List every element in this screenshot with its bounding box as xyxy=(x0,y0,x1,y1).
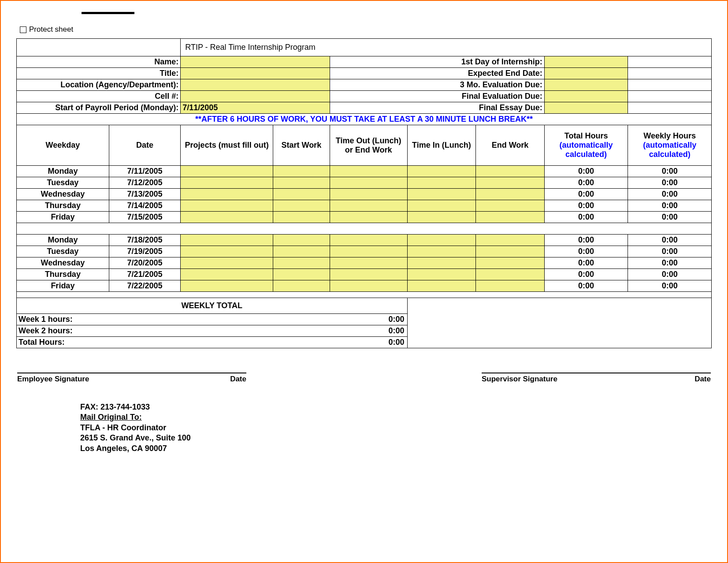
time-out-input[interactable] xyxy=(330,200,407,212)
projects-input[interactable] xyxy=(181,235,273,246)
start-work-input[interactable] xyxy=(273,212,330,223)
start-work-input[interactable] xyxy=(273,166,330,177)
weekday-cell: Monday xyxy=(17,166,109,177)
projects-input[interactable] xyxy=(181,189,273,200)
time-in-input[interactable] xyxy=(407,280,476,292)
time-in-input[interactable] xyxy=(407,257,476,269)
info-row: Start of Payroll Period (Monday): 7/11/2… xyxy=(17,102,712,114)
projects-input[interactable] xyxy=(181,212,273,223)
start-work-input[interactable] xyxy=(273,189,330,200)
col-total-hours: Total Hours (automatically calculated) xyxy=(544,125,628,166)
end-date-label: Expected End Date: xyxy=(330,68,544,79)
employee-date-label: Date xyxy=(230,375,246,384)
start-work-input[interactable] xyxy=(273,177,330,189)
blank-cell xyxy=(628,56,712,68)
title-label: Title: xyxy=(17,68,181,79)
col-date: Date xyxy=(109,125,180,166)
start-work-input[interactable] xyxy=(273,200,330,212)
end-work-input[interactable] xyxy=(476,269,545,280)
time-row: Thursday7/14/20050:000:00 xyxy=(17,200,712,212)
weekly-hours-cell: 0:00 xyxy=(628,269,712,280)
cell-input[interactable] xyxy=(181,91,330,102)
time-in-input[interactable] xyxy=(407,269,476,280)
final-eval-input[interactable] xyxy=(544,91,628,102)
end-date-input[interactable] xyxy=(544,68,628,79)
location-input[interactable] xyxy=(181,79,330,91)
protect-sheet-control[interactable]: Protect sheet xyxy=(20,25,712,34)
time-out-input[interactable] xyxy=(330,280,407,292)
start-work-input[interactable] xyxy=(273,280,330,292)
projects-input[interactable] xyxy=(181,166,273,177)
time-out-input[interactable] xyxy=(330,189,407,200)
name-input[interactable] xyxy=(181,56,330,68)
time-out-input[interactable] xyxy=(330,166,407,177)
weekly-total-header: WEEKLY TOTAL xyxy=(17,298,408,314)
time-in-input[interactable] xyxy=(407,246,476,257)
time-row: Monday7/11/20050:000:00 xyxy=(17,166,712,177)
time-out-input[interactable] xyxy=(330,177,407,189)
col-out: Time Out (Lunch) or End Work xyxy=(330,125,407,166)
time-row: Thursday7/21/20050:000:00 xyxy=(17,269,712,280)
time-out-input[interactable] xyxy=(330,246,407,257)
column-headers: Weekday Date Projects (must fill out) St… xyxy=(17,125,712,166)
payroll-start-label: Start of Payroll Period (Monday): xyxy=(17,102,181,114)
form-title: RTIP - Real Time Internship Program xyxy=(181,39,712,56)
time-out-input[interactable] xyxy=(330,212,407,223)
name-label: Name: xyxy=(17,56,181,68)
projects-input[interactable] xyxy=(181,257,273,269)
end-work-input[interactable] xyxy=(476,200,545,212)
time-in-input[interactable] xyxy=(407,177,476,189)
start-work-input[interactable] xyxy=(273,235,330,246)
lunch-notice: **AFTER 6 HOURS OF WORK, YOU MUST TAKE A… xyxy=(17,114,712,125)
date-cell: 7/21/2005 xyxy=(109,269,180,280)
start-work-input[interactable] xyxy=(273,257,330,269)
week2-hours-value: 0:00 xyxy=(330,325,407,337)
projects-input[interactable] xyxy=(181,280,273,292)
end-work-input[interactable] xyxy=(476,246,545,257)
end-work-input[interactable] xyxy=(476,166,545,177)
date-cell: 7/22/2005 xyxy=(109,280,180,292)
weekday-cell: Tuesday xyxy=(17,177,109,189)
supervisor-signature-line[interactable]: Supervisor Signature Date xyxy=(482,373,711,384)
start-work-input[interactable] xyxy=(273,269,330,280)
end-work-input[interactable] xyxy=(476,235,545,246)
time-out-input[interactable] xyxy=(330,257,407,269)
end-work-input[interactable] xyxy=(476,212,545,223)
end-work-input[interactable] xyxy=(476,189,545,200)
time-in-input[interactable] xyxy=(407,212,476,223)
time-out-input[interactable] xyxy=(330,269,407,280)
time-out-input[interactable] xyxy=(330,235,407,246)
title-input[interactable] xyxy=(181,68,330,79)
end-work-input[interactable] xyxy=(476,280,545,292)
time-row: Friday7/15/20050:000:00 xyxy=(17,212,712,223)
projects-input[interactable] xyxy=(181,200,273,212)
employee-signature-line[interactable]: Employee Signature Date xyxy=(17,373,246,384)
total-hours-label: Total Hours: xyxy=(17,337,330,348)
projects-input[interactable] xyxy=(181,177,273,189)
signature-row: Employee Signature Date Supervisor Signa… xyxy=(16,373,712,384)
info-row: Title: Expected End Date: xyxy=(17,68,712,79)
first-day-input[interactable] xyxy=(544,56,628,68)
time-in-input[interactable] xyxy=(407,189,476,200)
payroll-start-input[interactable]: 7/11/2005 xyxy=(181,102,330,114)
date-cell: 7/20/2005 xyxy=(109,257,180,269)
blank-row xyxy=(17,292,712,298)
blank-cell xyxy=(628,91,712,102)
col-end: End Work xyxy=(476,125,545,166)
projects-input[interactable] xyxy=(181,269,273,280)
time-in-input[interactable] xyxy=(407,166,476,177)
end-work-input[interactable] xyxy=(476,257,545,269)
week1-hours-label: Week 1 hours: xyxy=(17,314,330,325)
week-separator xyxy=(17,223,712,235)
protect-checkbox[interactable] xyxy=(20,26,26,33)
total-hours-cell: 0:00 xyxy=(544,200,628,212)
eval-3mo-input[interactable] xyxy=(544,79,628,91)
blank-cell xyxy=(628,68,712,79)
start-work-input[interactable] xyxy=(273,246,330,257)
projects-input[interactable] xyxy=(181,246,273,257)
time-in-input[interactable] xyxy=(407,235,476,246)
final-essay-input[interactable] xyxy=(544,102,628,114)
end-work-input[interactable] xyxy=(476,177,545,189)
col-projects: Projects (must fill out) xyxy=(181,125,273,166)
time-in-input[interactable] xyxy=(407,200,476,212)
